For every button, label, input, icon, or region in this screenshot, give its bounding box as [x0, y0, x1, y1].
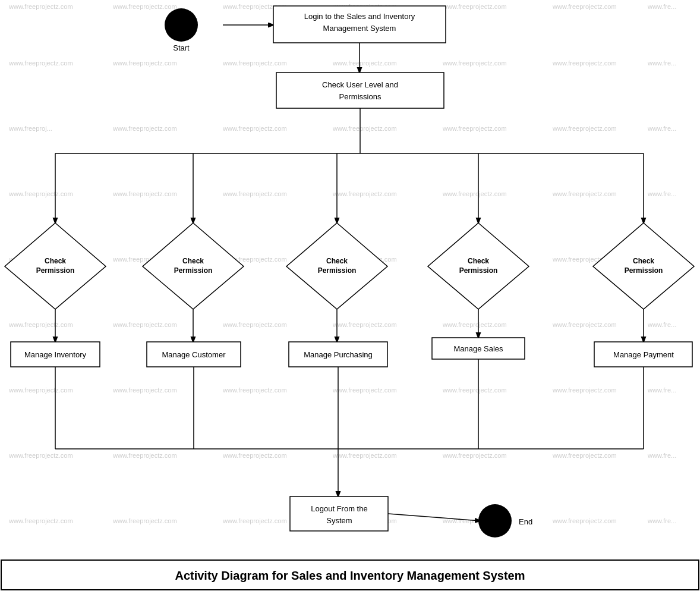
- svg-text:www.fre...: www.fre...: [647, 321, 676, 328]
- svg-text:www.freeprojectz.com: www.freeprojectz.com: [112, 517, 177, 524]
- svg-text:Permissions: Permissions: [339, 92, 381, 101]
- svg-text:www.freeprojectz.com: www.freeprojectz.com: [332, 452, 397, 459]
- svg-text:www.freeprojectz.com: www.freeprojectz.com: [112, 321, 177, 328]
- svg-text:www.fre...: www.fre...: [647, 386, 676, 394]
- svg-text:www.freeprojectz.com: www.freeprojectz.com: [552, 190, 617, 197]
- svg-text:www.fre...: www.fre...: [647, 59, 676, 67]
- svg-text:www.freeprojectz.com: www.freeprojectz.com: [8, 386, 73, 394]
- svg-text:www.freeprojectz.com: www.freeprojectz.com: [222, 452, 287, 459]
- svg-text:www.freeprojectz.com: www.freeprojectz.com: [552, 452, 617, 459]
- svg-text:www.freeprojectz.com: www.freeprojectz.com: [222, 321, 287, 328]
- svg-text:www.freeprojectz.com: www.freeprojectz.com: [8, 190, 73, 197]
- svg-text:www.fre...: www.fre...: [647, 125, 676, 132]
- start-label: Start: [173, 43, 190, 52]
- svg-text:www.freeprojectz.com: www.freeprojectz.com: [332, 59, 397, 67]
- diagram-svg: www.freeprojectz.com www.freeprojectz.co…: [0, 0, 700, 591]
- svg-text:Permission: Permission: [318, 266, 357, 275]
- svg-text:www.freeprojectz.com: www.freeprojectz.com: [442, 125, 507, 132]
- svg-text:www.freeprojectz.com: www.freeprojectz.com: [8, 517, 73, 524]
- svg-text:www.freeprojectz.com: www.freeprojectz.com: [222, 59, 287, 67]
- svg-text:www.freeprojectz.com: www.freeprojectz.com: [222, 517, 287, 524]
- logout-box: [290, 496, 388, 531]
- svg-text:www.freeprojectz.com: www.freeprojectz.com: [552, 59, 617, 67]
- svg-text:www.freeprojectz.com: www.freeprojectz.com: [8, 321, 73, 328]
- svg-text:www.fre...: www.fre...: [647, 517, 676, 524]
- svg-text:www.freeprojectz.com: www.freeprojectz.com: [552, 3, 617, 10]
- svg-text:www.freeprojectz.com: www.freeprojectz.com: [552, 517, 617, 524]
- svg-text:www.freeprojectz.com: www.freeprojectz.com: [442, 321, 507, 328]
- svg-text:www.fre...: www.fre...: [647, 3, 676, 10]
- svg-text:www.freeproj...: www.freeproj...: [8, 125, 52, 132]
- svg-text:www.freeprojectz.com: www.freeprojectz.com: [442, 59, 507, 67]
- svg-text:www.freeprojectz.com: www.freeprojectz.com: [332, 321, 397, 328]
- svg-text:www.freeprojectz.com: www.freeprojectz.com: [552, 386, 617, 394]
- svg-text:Manage Payment: Manage Payment: [613, 350, 674, 359]
- svg-text:Check: Check: [182, 257, 204, 265]
- svg-text:www.freeprojectz.com: www.freeprojectz.com: [8, 452, 73, 459]
- svg-text:www.freeprojectz.com: www.freeprojectz.com: [552, 321, 617, 328]
- svg-text:www.freeprojectz.com: www.freeprojectz.com: [442, 452, 507, 459]
- svg-text:www.freeprojectz.com: www.freeprojectz.com: [222, 386, 287, 394]
- svg-text:Permission: Permission: [36, 266, 75, 275]
- svg-text:www.freeprojectz.com: www.freeprojectz.com: [112, 125, 177, 132]
- svg-text:www.freeprojectz.com: www.freeprojectz.com: [112, 386, 177, 394]
- svg-text:www.fre...: www.fre...: [647, 452, 676, 459]
- svg-text:www.freeprojectz.com: www.freeprojectz.com: [332, 386, 397, 394]
- svg-text:www.freeprojectz.com: www.freeprojectz.com: [442, 386, 507, 394]
- svg-text:Check User Level and: Check User Level and: [322, 80, 398, 89]
- svg-text:Management System: Management System: [323, 24, 396, 33]
- svg-text:www.freeprojectz.com: www.freeprojectz.com: [112, 3, 177, 10]
- svg-text:Check: Check: [45, 257, 66, 265]
- svg-text:Permission: Permission: [459, 266, 498, 275]
- svg-text:System: System: [326, 516, 352, 525]
- svg-text:www.freeprojectz.com: www.freeprojectz.com: [112, 452, 177, 459]
- title-bar-text: Activity Diagram for Sales and Inventory…: [175, 569, 525, 582]
- svg-text:Manage Purchasing: Manage Purchasing: [304, 350, 373, 359]
- svg-text:Logout From the: Logout From the: [311, 504, 367, 513]
- svg-text:www.freeprojectz.com: www.freeprojectz.com: [222, 190, 287, 197]
- svg-text:www.freeprojectz.com: www.freeprojectz.com: [442, 190, 507, 197]
- svg-text:Manage Sales: Manage Sales: [453, 344, 503, 353]
- svg-text:Permission: Permission: [625, 266, 663, 275]
- svg-text:www.freeprojectz.com: www.freeprojectz.com: [332, 190, 397, 197]
- svg-text:Permission: Permission: [174, 266, 213, 275]
- svg-text:www.freeprojectz.com: www.freeprojectz.com: [112, 59, 177, 67]
- svg-text:www.freeprojectz.com: www.freeprojectz.com: [552, 125, 617, 132]
- check-user-level-box: [276, 73, 444, 108]
- svg-text:www.freeprojectz.com: www.freeprojectz.com: [332, 125, 397, 132]
- end-label: End: [519, 517, 532, 526]
- svg-text:www.freeprojectz.com: www.freeprojectz.com: [112, 190, 177, 197]
- svg-text:www.freeprojectz.com: www.freeprojectz.com: [222, 125, 287, 132]
- start-node: [165, 8, 198, 42]
- svg-text:Login to the Sales and Invento: Login to the Sales and Inventory: [304, 12, 415, 21]
- svg-text:www.freeprojectz.com: www.freeprojectz.com: [8, 3, 73, 10]
- svg-text:www.freeprojectz.com: www.freeprojectz.com: [8, 59, 73, 67]
- svg-text:Check: Check: [468, 257, 489, 265]
- svg-text:Check: Check: [326, 257, 348, 265]
- end-node: [478, 504, 512, 537]
- svg-text:Manage Inventory: Manage Inventory: [24, 350, 87, 359]
- svg-text:www.fre...: www.fre...: [647, 190, 676, 197]
- svg-text:www.freeprojectz.com: www.freeprojectz.com: [442, 3, 507, 10]
- svg-text:Check: Check: [633, 257, 654, 265]
- svg-text:Manage Customer: Manage Customer: [162, 350, 226, 359]
